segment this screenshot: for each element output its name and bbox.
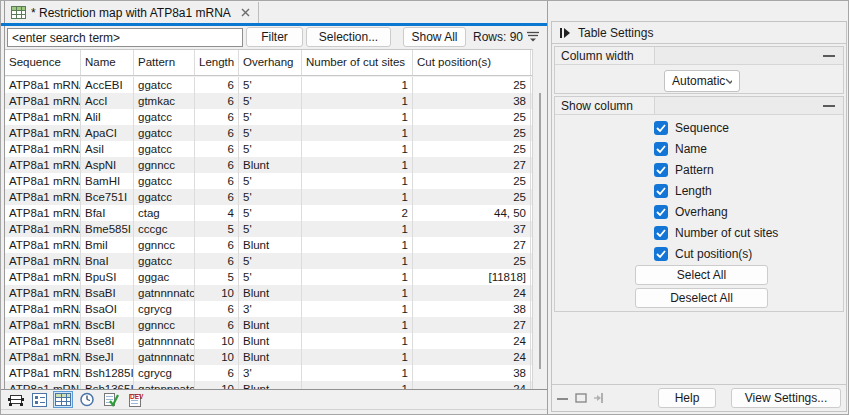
- collapse-group-icon[interactable]: [823, 105, 835, 107]
- float-panel-icon[interactable]: [575, 393, 587, 403]
- collapse-group-icon[interactable]: [823, 55, 835, 57]
- table-cell: 25: [413, 109, 531, 125]
- checkbox-icon[interactable]: [654, 184, 668, 198]
- table-row[interactable]: ATP8a1 mRNABamHIggatcc65'125: [5, 173, 532, 189]
- show-column-option[interactable]: Length: [654, 183, 778, 198]
- column-header[interactable]: Pattern: [134, 50, 195, 75]
- checkbox-icon[interactable]: [654, 163, 668, 177]
- restriction-map-view-icon[interactable]: [5, 391, 25, 408]
- show-column-option[interactable]: Sequence: [654, 120, 778, 135]
- table-view-pane: * Restriction map with ATP8a1 mRNA Filte…: [1, 1, 547, 415]
- checkbox-icon[interactable]: [654, 226, 668, 240]
- table-cell: ATP8a1 mRNA: [5, 253, 81, 269]
- table-cell: 6: [195, 109, 239, 125]
- table-row[interactable]: ATP8a1 mRNAAliIggatcc65'125: [5, 109, 532, 125]
- column-header[interactable]: Cut position(s): [413, 50, 531, 75]
- column-header[interactable]: Overhang: [239, 50, 302, 75]
- select-all-button[interactable]: Select All: [635, 265, 768, 285]
- table-cell: ATP8a1 mRNA: [5, 141, 81, 157]
- search-input[interactable]: [7, 28, 243, 47]
- filter-options-icon[interactable]: [526, 31, 540, 45]
- table-cell: ctag: [134, 205, 195, 221]
- column-header[interactable]: Length: [195, 50, 239, 75]
- table-cell: AccI: [81, 93, 134, 109]
- table-row[interactable]: ATP8a1 mRNABfaIctag45'244, 50: [5, 205, 532, 221]
- table-row[interactable]: ATP8a1 mRNABce751Iggatcc65'125: [5, 189, 532, 205]
- table-row[interactable]: ATP8a1 mRNABse8Igatnnnnatc10Blunt124: [5, 333, 532, 349]
- show-column-option[interactable]: Overhang: [654, 204, 778, 219]
- table-cell: 27: [413, 157, 531, 173]
- table-row[interactable]: ATP8a1 mRNABsh1365Igatnnnnatc10Blunt124: [5, 381, 532, 389]
- view-settings-button[interactable]: View Settings...: [731, 388, 841, 408]
- table-cell: ggatcc: [134, 173, 195, 189]
- table-settings-panel: Table Settings Column width Automatic: [551, 21, 847, 412]
- table-cell: 25: [413, 77, 531, 93]
- history-view-icon[interactable]: [77, 391, 97, 408]
- show-column-option[interactable]: Cut position(s): [654, 246, 778, 261]
- table-header: SequenceNamePatternLengthOverhangNumber …: [5, 49, 532, 76]
- column-header[interactable]: Name: [81, 50, 134, 75]
- table-row[interactable]: ATP8a1 mRNAApaCIggatcc65'125: [5, 125, 532, 141]
- deselect-all-button[interactable]: Deselect All: [635, 288, 768, 308]
- minimize-panel-icon[interactable]: [556, 394, 569, 403]
- element-info-view-icon[interactable]: [29, 391, 49, 408]
- show-all-button[interactable]: Show All: [403, 27, 466, 47]
- close-icon[interactable]: [241, 8, 250, 17]
- table-row[interactable]: ATP8a1 mRNABme585Icccgc55'137: [5, 221, 532, 237]
- table-cell: ApaCI: [81, 125, 134, 141]
- table-cell: cccgc: [134, 221, 195, 237]
- table-cell: Blunt: [239, 285, 302, 301]
- table-row[interactable]: ATP8a1 mRNAAccIgtmkac65'138: [5, 93, 532, 109]
- show-column-group-header[interactable]: Show column: [555, 97, 843, 115]
- table-cell: 10: [195, 381, 239, 389]
- element-check-view-icon[interactable]: [101, 391, 121, 408]
- show-column-option[interactable]: Pattern: [654, 162, 778, 177]
- table-row[interactable]: ATP8a1 mRNABpuSIgggac55'1[11818]: [5, 269, 532, 285]
- table-cell: gatnnnnatc: [134, 333, 195, 349]
- dev-view-icon[interactable]: DEV: [125, 391, 145, 408]
- table-row[interactable]: ATP8a1 mRNAAccEBIggatcc65'125: [5, 77, 532, 93]
- column-width-dropdown[interactable]: Automatic: [664, 70, 740, 92]
- column-header[interactable]: Number of cut sites: [302, 50, 413, 75]
- table-cell: 44, 50: [413, 205, 531, 221]
- table-row[interactable]: ATP8a1 mRNABsh1285Icgrycg63'138: [5, 365, 532, 381]
- scrollbar-thumb[interactable]: [539, 93, 541, 369]
- checkbox-icon[interactable]: [654, 205, 668, 219]
- table-cell: 1: [302, 141, 413, 157]
- table-cell: BseJI: [81, 349, 134, 365]
- table-row[interactable]: ATP8a1 mRNABnaIggatcc65'125: [5, 253, 532, 269]
- table-cell: 5': [239, 77, 302, 93]
- table-cell: 1: [302, 269, 413, 285]
- table-row[interactable]: ATP8a1 mRNABsaBIgatnnnnatc10Blunt124: [5, 285, 532, 301]
- dock-panel-icon[interactable]: [593, 393, 605, 403]
- vertical-scrollbar[interactable]: [532, 49, 547, 389]
- tab-restriction-map[interactable]: * Restriction map with ATP8a1 mRNA: [5, 2, 259, 23]
- show-column-option[interactable]: Number of cut sites: [654, 225, 778, 240]
- checkbox-icon[interactable]: [654, 142, 668, 156]
- column-width-group-header[interactable]: Column width: [555, 47, 843, 65]
- group-title: Show column: [561, 99, 633, 113]
- table-cell: 1: [302, 221, 413, 237]
- table-cell: gatnnnnatc: [134, 285, 195, 301]
- table-cell: gtmkac: [134, 93, 195, 109]
- show-column-option[interactable]: Name: [654, 141, 778, 156]
- table-view-icon[interactable]: [53, 391, 73, 408]
- table-row[interactable]: ATP8a1 mRNABscBIggnncc6Blunt127: [5, 317, 532, 333]
- table-cell: ATP8a1 mRNA: [5, 77, 81, 93]
- table-row[interactable]: ATP8a1 mRNABsaOIcgrycg63'138: [5, 301, 532, 317]
- column-header[interactable]: Sequence: [5, 50, 81, 75]
- table-cell: BscBI: [81, 317, 134, 333]
- table-cell: 1: [302, 285, 413, 301]
- filter-button[interactable]: Filter: [246, 27, 303, 47]
- table-settings-header[interactable]: Table Settings: [552, 22, 846, 44]
- table-row[interactable]: ATP8a1 mRNAAspNIggnncc6Blunt127: [5, 157, 532, 173]
- side-panel: Table Settings Column width Automatic: [547, 1, 849, 415]
- table-cell: cgrycg: [134, 365, 195, 381]
- selection-button[interactable]: Selection...: [306, 27, 391, 47]
- help-button[interactable]: Help: [658, 388, 716, 408]
- checkbox-icon[interactable]: [654, 247, 668, 261]
- table-row[interactable]: ATP8a1 mRNABseJIgatnnnnatc10Blunt124: [5, 349, 532, 365]
- table-row[interactable]: ATP8a1 mRNAAsiIggatcc65'125: [5, 141, 532, 157]
- table-row[interactable]: ATP8a1 mRNABmiIggnncc6Blunt127: [5, 237, 532, 253]
- checkbox-icon[interactable]: [654, 121, 668, 135]
